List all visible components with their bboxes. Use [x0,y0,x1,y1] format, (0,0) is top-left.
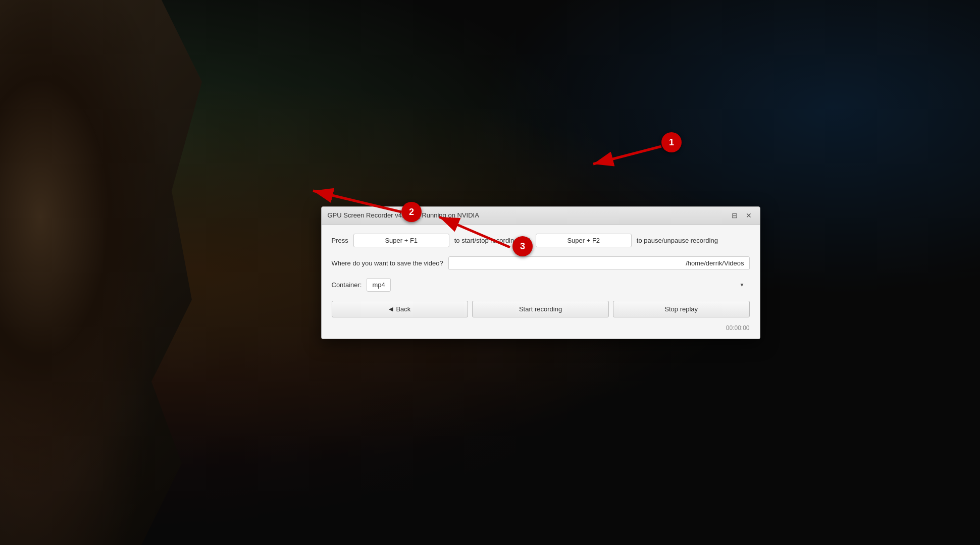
minimize-button[interactable]: ⊟ [730,211,740,220]
save-label: Where do you want to save the video? [332,259,443,267]
container-row: Container: mp4 mkv flv ts [332,278,750,292]
window-controls: ⊟ ✕ [730,211,754,220]
titlebar: GPU Screen Recorder v4.1.11 | Running on… [322,207,760,225]
close-button[interactable]: ✕ [744,211,754,220]
middle-label: to start/stop recording and [454,237,531,244]
stop-replay-label: Stop replay [664,305,698,313]
save-location-row: Where do you want to save the video? [332,256,750,270]
dialog-title: GPU Screen Recorder v4.1.11 | Running on… [328,211,479,219]
timer-row: 00:00:00 [332,322,750,333]
start-stop-hotkey-input[interactable] [353,234,449,247]
back-button-label: Back [396,305,410,313]
timer-value: 00:00:00 [726,324,750,332]
start-recording-button[interactable]: Start recording [472,301,609,317]
pause-hotkey-input[interactable] [536,234,632,247]
stop-replay-button[interactable]: Stop replay [613,301,750,317]
main-dialog: GPU Screen Recorder v4.1.11 | Running on… [321,206,760,339]
container-select[interactable]: mp4 mkv flv ts [367,278,391,292]
back-button[interactable]: ◀ Back [332,301,469,317]
container-select-wrapper: mp4 mkv flv ts [367,278,749,292]
container-label: Container: [332,281,362,289]
hotkey-row: Press to start/stop recording and to pau… [332,234,750,247]
button-row: ◀ Back Start recording Stop replay [332,301,750,317]
dialog-content: Press to start/stop recording and to pau… [322,225,760,339]
dialog-overlay: GPU Screen Recorder v4.1.11 | Running on… [0,0,980,545]
save-path-input[interactable] [448,256,750,270]
end-label: to pause/unpause recording [637,237,718,244]
back-arrow-icon: ◀ [389,306,393,312]
press-label: Press [332,237,348,244]
start-recording-label: Start recording [519,305,562,313]
